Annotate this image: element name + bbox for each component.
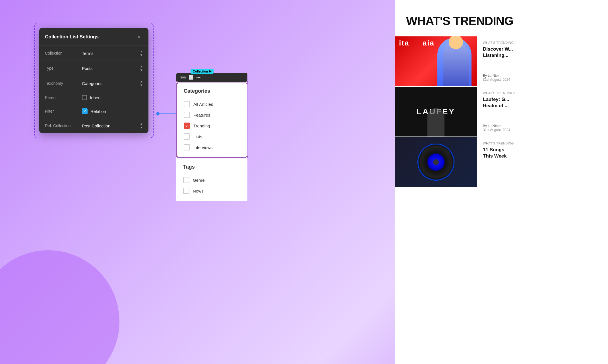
list-item: Features [184, 109, 240, 120]
settings-panel: Collection List Settings × Collection Te… [39, 28, 148, 133]
resize-handle-br[interactable] [246, 156, 248, 158]
categories-title: Categories [184, 88, 240, 94]
trending-date-2: 31st August, 2024 [483, 128, 602, 132]
collection-value: Terms [82, 51, 94, 56]
interviews-label: Interviews [193, 145, 213, 150]
type-dropdown[interactable]: Posts ▲ ▼ [82, 65, 143, 72]
trending-title: WHAT'S TRENDING [406, 14, 597, 28]
lists-checkbox[interactable] [184, 133, 190, 140]
resize-handle-bl[interactable] [176, 156, 178, 158]
rel-collection-arrow-icon: ▲ ▼ [140, 122, 143, 129]
type-arrow-icon: ▲ ▼ [140, 65, 143, 72]
trending-author-1: By Lu Nibim [483, 74, 602, 78]
parent-row: Parent Inherit [39, 91, 148, 104]
all-articles-label: All Articles [193, 102, 213, 107]
trending-header: WHAT'S TRENDING [395, 0, 608, 36]
list-item: Genre [183, 175, 241, 185]
parent-value-group: Inherit [82, 95, 102, 100]
parent-value: Inherit [90, 95, 102, 100]
trending-item-title-2: Laufey: G...Realm of ... [483, 96, 602, 109]
toolbar-icon-2: ••• [196, 75, 200, 80]
trending-thumb-1: ita aia [395, 36, 477, 86]
taxonomy-label: Taxonomy [45, 81, 82, 86]
trending-checkbox[interactable]: ✓ [184, 123, 190, 129]
trending-tag-1: What's Trending [483, 41, 602, 44]
interviews-checkbox[interactable] [184, 144, 190, 150]
filter-checkbox[interactable]: ✓ [82, 108, 88, 114]
rel-collection-value: Post Collection [82, 123, 110, 128]
close-button[interactable]: × [135, 33, 143, 41]
settings-header: Collection List Settings × [39, 28, 148, 46]
rel-collection-row: Rel. Collection Post Collection ▲ ▼ [39, 118, 148, 133]
rel-collection-dropdown[interactable]: Post Collection ▲ ▼ [82, 122, 143, 129]
trending-info-2: What's Trending/... Laufey: G...Realm of… [477, 87, 608, 136]
tags-title: Tags [183, 164, 241, 170]
thumb-1-text-left: ita [399, 39, 409, 47]
trending-panel: WHAT'S TRENDING ita aia What's Trending … [395, 0, 608, 364]
collection-badge-text: Collection [193, 70, 208, 73]
lists-label: Lists [193, 134, 202, 139]
trending-info-1: What's Trending Discover W...Listening..… [477, 36, 608, 86]
trending-tag-2: What's Trending/... [483, 91, 602, 95]
checkmark-icon: ✓ [83, 109, 86, 113]
list-item: ✓ Trending [184, 120, 240, 131]
news-checkbox[interactable] [183, 188, 189, 194]
tags-section: Tags Genre News [176, 158, 247, 201]
settings-title: Collection List Settings [45, 34, 99, 40]
trending-label: Trending [193, 123, 210, 128]
filter-row: Filter ✓ Relation [39, 104, 148, 118]
middle-panel-container: llion ⬜ ••• Collection ▶ Categories All … [176, 73, 247, 201]
list-item: All Articles [184, 99, 240, 109]
resize-handle-tl[interactable] [176, 81, 178, 84]
features-checkbox[interactable] [184, 112, 190, 118]
trending-item-title-3: 11 SongsThis Week [483, 147, 602, 159]
dashed-border: Collection List Settings × Collection Te… [34, 23, 154, 138]
genre-label: Genre [193, 178, 205, 183]
list-item: Interviews [184, 142, 240, 153]
genre-checkbox[interactable] [183, 177, 189, 183]
trending-thumb-2: LAUFEY [395, 87, 477, 136]
bg-circle-left [0, 250, 119, 364]
settings-panel-wrapper: Collection List Settings × Collection Te… [34, 23, 154, 138]
collection-arrow-icon: ▲ ▼ [140, 50, 143, 57]
collection-badge-arrow: ▶ [209, 69, 211, 73]
collection-row: Collection Terms ▲ ▼ [39, 46, 148, 61]
collection-label: Collection [45, 51, 82, 55]
list-item: News [183, 185, 241, 196]
taxonomy-arrow-icon: ▲ ▼ [140, 80, 143, 87]
collection-dropdown[interactable]: Terms ▲ ▼ [82, 50, 143, 57]
trending-item-3: What's Trending 11 SongsThis Week [395, 137, 608, 187]
parent-label: Parent [45, 95, 82, 100]
trending-info-3: What's Trending 11 SongsThis Week [477, 137, 608, 187]
features-label: Features [193, 113, 210, 117]
vinyl-record [417, 144, 454, 181]
trending-tag-3: What's Trending [483, 142, 602, 145]
collection-badge: Collection ▶ [191, 69, 214, 74]
all-articles-checkbox[interactable] [184, 101, 190, 107]
taxonomy-dropdown[interactable]: Categories ▲ ▼ [82, 80, 143, 87]
filter-label: Filter [45, 109, 82, 113]
trending-author-2: By Lu Nibim [483, 124, 602, 128]
type-label: Type [45, 66, 82, 71]
trending-item-title-1: Discover W...Listening... [483, 46, 602, 59]
parent-checkbox[interactable] [82, 95, 87, 100]
taxonomy-row: Taxonomy Categories ▲ ▼ [39, 76, 148, 91]
type-value: Posts [82, 66, 93, 71]
taxonomy-value: Categories [82, 81, 103, 86]
filter-value-group: ✓ Relation [82, 108, 106, 114]
toolbar-bar: llion ⬜ ••• [176, 73, 247, 82]
performer-shape [427, 108, 444, 136]
list-item: Lists [184, 131, 240, 142]
trending-item-1: ita aia What's Trending Discover W...Lis… [395, 36, 608, 86]
toolbar-icon-1: ⬜ [189, 75, 193, 80]
trending-item-2: LAUFEY What's Trending/... Laufey: G...R… [395, 87, 608, 136]
trending-checkmark-icon: ✓ [185, 124, 189, 128]
resize-handle-tr[interactable] [246, 81, 248, 84]
news-label: News [193, 189, 204, 193]
trending-date-1: 31st August, 2024 [483, 78, 602, 82]
type-row: Type Posts ▲ ▼ [39, 61, 148, 76]
rel-collection-label: Rel. Collection [45, 123, 82, 128]
categories-panel: Categories All Articles Features ✓ Trend… [176, 82, 247, 158]
thumb-1-text-right: aia [423, 39, 435, 47]
filter-value: Relation [90, 109, 106, 114]
